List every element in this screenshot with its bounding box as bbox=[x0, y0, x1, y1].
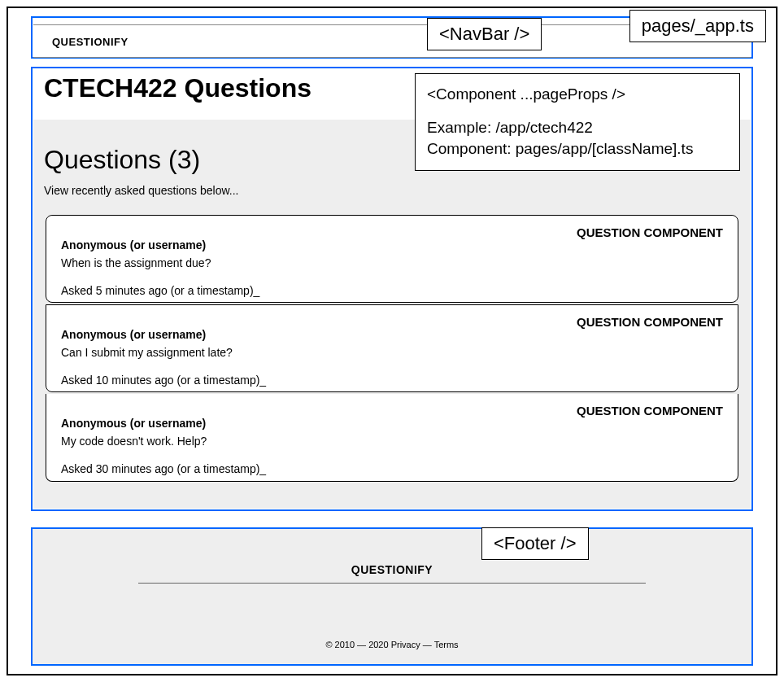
question-component-label: QUESTION COMPONENT bbox=[577, 315, 723, 329]
question-author: Anonymous (or username) bbox=[61, 238, 723, 251]
section-subtitle: View recently asked questions below... bbox=[44, 184, 238, 197]
component-line-2: Example: /app/ctech422 bbox=[427, 117, 728, 139]
question-time: Asked 30 minutes ago (or a timestamp)_ bbox=[61, 462, 723, 475]
component-line-1: <Component ...pageProps /> bbox=[427, 84, 728, 106]
section-title: Questions (3) bbox=[44, 145, 200, 175]
question-text: Can I submit my assignment late? bbox=[61, 346, 723, 359]
question-author: Anonymous (or username) bbox=[61, 417, 723, 430]
component-annotation-box: <Component ...pageProps /> Example: /app… bbox=[415, 73, 740, 171]
footer-region: <Footer /> QUESTIONIFY © 2010 — 2020 Pri… bbox=[31, 527, 753, 666]
navbar-divider-bot bbox=[33, 57, 751, 58]
navbar-brand: QUESTIONIFY bbox=[52, 36, 128, 48]
footer-tag: <Footer /> bbox=[481, 527, 589, 560]
question-component-label: QUESTION COMPONENT bbox=[577, 404, 723, 418]
question-card: QUESTION COMPONENT Anonymous (or usernam… bbox=[46, 215, 738, 303]
question-card: QUESTION COMPONENT Anonymous (or usernam… bbox=[46, 304, 738, 392]
question-time: Asked 5 minutes ago (or a timestamp)_ bbox=[61, 284, 723, 297]
question-time: Asked 10 minutes ago (or a timestamp)_ bbox=[61, 374, 723, 387]
question-card: QUESTION COMPONENT Anonymous (or usernam… bbox=[46, 394, 738, 482]
question-text: When is the assignment due? bbox=[61, 256, 723, 269]
component-line-3: Component: pages/app/[className].ts bbox=[427, 138, 728, 160]
page-title: CTECH422 Questions bbox=[44, 73, 311, 103]
footer-divider bbox=[138, 583, 646, 584]
question-text: My code doesn't work. Help? bbox=[61, 435, 723, 448]
app-file-label: pages/_app.ts bbox=[629, 10, 766, 42]
footer-brand: QUESTIONIFY bbox=[33, 563, 751, 576]
question-component-label: QUESTION COMPONENT bbox=[577, 225, 723, 239]
question-author: Anonymous (or username) bbox=[61, 328, 723, 341]
footer-legal: © 2010 — 2020 Privacy — Terms bbox=[33, 640, 751, 649]
navbar-tag: <NavBar /> bbox=[427, 18, 542, 50]
